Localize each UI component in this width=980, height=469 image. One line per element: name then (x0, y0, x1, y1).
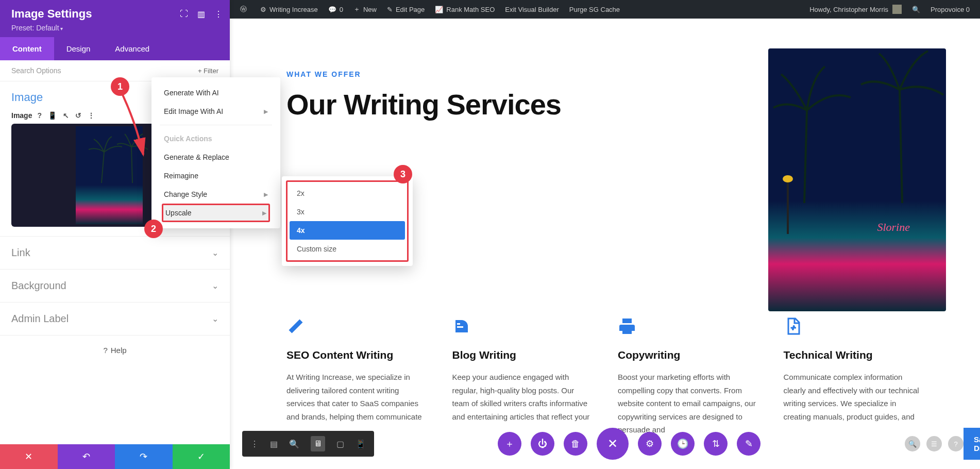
save-draft-button[interactable]: Save Draft (964, 428, 980, 460)
tablet-icon[interactable]: ▢ (336, 439, 344, 449)
wp-logo[interactable]: ⓦ (235, 5, 255, 14)
new-link[interactable]: ＋New (348, 5, 382, 14)
chevron-down-icon: ⌄ (212, 314, 218, 324)
redo-button[interactable]: ↷ (115, 444, 173, 469)
action-buttons: ＋ ⏻ 🗑 ✕ ⚙ 🕒 ⇅ ✎ (498, 428, 761, 460)
service-title: Blog Writing (452, 349, 593, 361)
annotation-3: 3 (394, 165, 412, 183)
trash-button[interactable]: 🗑 (564, 432, 587, 456)
filter-button[interactable]: + Filter (198, 67, 218, 75)
site-name-label: Writing Increase (269, 6, 318, 13)
annotation-2: 2 (144, 220, 163, 238)
tab-design[interactable]: Design (54, 37, 103, 60)
power-button[interactable]: ⏻ (531, 432, 554, 456)
wp-admin-bar: ⓦ ⚙Writing Increase 💬0 ＋New ✎Edit Page 📈… (230, 0, 980, 19)
comments-link[interactable]: 💬0 (323, 6, 348, 13)
service-text: At Writing Increase, we specialize in de… (286, 371, 427, 423)
blog-icon (452, 317, 471, 336)
settings-panel: Image Settings Preset: Default ⛶ ▥ ⋮ Con… (0, 0, 230, 469)
street-lamp (787, 182, 789, 234)
edit-page-link[interactable]: ✎Edit Page (382, 6, 430, 13)
printer-icon (618, 317, 636, 336)
search-input[interactable]: Search Options (11, 66, 61, 75)
faded-buttons: 🔍 ☰ ? (905, 436, 964, 451)
snap-icon[interactable]: ▥ (197, 9, 205, 19)
comments-count: 0 (340, 6, 343, 13)
submenu-arrow-icon: ▶ (262, 210, 266, 216)
responsive-toolbar: ⋮ ▤ 🔍 🖥 ▢ 📱 (242, 431, 374, 457)
service-technical: Technical Writing Communicate complex in… (784, 317, 924, 437)
purge-cache-link[interactable]: Purge SG Cache (564, 6, 625, 13)
upscale-4x[interactable]: 4x (290, 221, 405, 240)
settings-button[interactable]: ⚙ (638, 432, 662, 456)
more-icon[interactable]: ⋮ (250, 439, 259, 449)
add-button[interactable]: ＋ (498, 432, 521, 456)
submenu-arrow-icon: ▶ (264, 108, 268, 115)
pencil-ruler-icon (286, 317, 305, 336)
menu-generate-replace[interactable]: Generate & Replace (151, 148, 280, 166)
menu-change-style[interactable]: Change Style▶ (151, 185, 280, 204)
menu-reimagine[interactable]: Reimagine (151, 166, 280, 185)
cancel-button[interactable]: ✕ (0, 444, 58, 469)
upscale-submenu: 2x 3x 4x Custom size (282, 176, 413, 266)
howdy-user[interactable]: Howdy, Christopher Morris (804, 5, 907, 14)
help-row[interactable]: ?Help (0, 336, 230, 365)
service-title: Technical Writing (784, 349, 924, 361)
accordion-background[interactable]: Background ⌄ (0, 270, 230, 303)
chevron-down-icon: ⌄ (212, 248, 218, 258)
edit-button[interactable]: ✎ (737, 432, 761, 456)
undo-button[interactable]: ↶ (58, 444, 115, 469)
palm-illustration (768, 48, 946, 203)
more-icon[interactable]: ⋮ (214, 9, 223, 19)
help-icon[interactable]: ? (37, 111, 42, 120)
exit-vb-link[interactable]: Exit Visual Builder (500, 6, 564, 13)
history-button[interactable]: 🕒 (671, 432, 695, 456)
hover-icon[interactable]: ↖ (63, 111, 69, 120)
annotation-1: 1 (111, 77, 129, 96)
rank-math-link[interactable]: 📈Rank Math SEO (430, 6, 500, 13)
close-builder-button[interactable]: ✕ (597, 428, 629, 460)
kebab-icon[interactable]: ⋮ (88, 111, 95, 120)
service-text: Keep your audience engaged with regular,… (452, 371, 593, 423)
neon-sign: Slorine (877, 221, 910, 234)
help-circle-icon: ? (103, 346, 107, 355)
menu-upscale[interactable]: Upscale▶ (162, 204, 270, 222)
mobile-icon[interactable]: 📱 (48, 111, 57, 120)
preset-selector[interactable]: Preset: Default (11, 24, 218, 32)
upscale-2x[interactable]: 2x (290, 184, 405, 203)
fullscreen-icon[interactable]: ⛶ (180, 9, 188, 19)
upscale-custom[interactable]: Custom size (290, 240, 405, 258)
howdy-label: Howdy, Christopher Morris (809, 6, 888, 13)
faded-help[interactable]: ? (948, 436, 964, 451)
reset-icon[interactable]: ↺ (75, 111, 81, 120)
zoom-icon[interactable]: 🔍 (289, 439, 299, 449)
service-seo: SEO Content Writing At Writing Increase,… (286, 317, 427, 437)
menu-generate-ai[interactable]: Generate With AI (151, 83, 280, 102)
faded-layers[interactable]: ☰ (926, 436, 942, 451)
accordion-admin-label[interactable]: Admin Label ⌄ (0, 303, 230, 336)
site-name[interactable]: ⚙Writing Increase (255, 6, 323, 13)
wireframe-icon[interactable]: ▤ (270, 439, 278, 449)
propovoice-link[interactable]: Propovoice 0 (925, 6, 975, 13)
save-button[interactable]: ✓ (173, 444, 230, 469)
desktop-icon[interactable]: 🖥 (311, 436, 325, 451)
upscale-3x[interactable]: 3x (290, 203, 405, 221)
hero-image[interactable]: Slorine (768, 48, 946, 311)
avatar (892, 5, 902, 14)
sort-button[interactable]: ⇅ (704, 432, 728, 456)
service-text: Communicate complex information clearly … (784, 371, 924, 423)
tab-advanced[interactable]: Advanced (103, 37, 162, 60)
services-grid: SEO Content Writing At Writing Increase,… (286, 317, 923, 437)
menu-edit-ai[interactable]: Edit Image With AI▶ (151, 102, 280, 121)
search-icon[interactable]: 🔍 (907, 6, 925, 13)
tab-content[interactable]: Content (0, 37, 54, 60)
panel-header: Image Settings Preset: Default ⛶ ▥ ⋮ (0, 0, 230, 37)
divi-builder-bar: ⋮ ▤ 🔍 🖥 ▢ 📱 ＋ ⏻ 🗑 ✕ ⚙ 🕒 ⇅ ✎ 🔍 ☰ ? Save D… (242, 428, 974, 460)
phone-icon[interactable]: 📱 (356, 439, 366, 449)
accordion-link[interactable]: Link ⌄ (0, 237, 230, 270)
chevron-down-icon: ⌄ (212, 281, 218, 291)
service-title: Copywriting (618, 349, 758, 361)
service-text: Boost your marketing efforts with compel… (618, 371, 758, 437)
faded-search[interactable]: 🔍 (905, 436, 920, 451)
service-title: SEO Content Writing (286, 349, 427, 361)
